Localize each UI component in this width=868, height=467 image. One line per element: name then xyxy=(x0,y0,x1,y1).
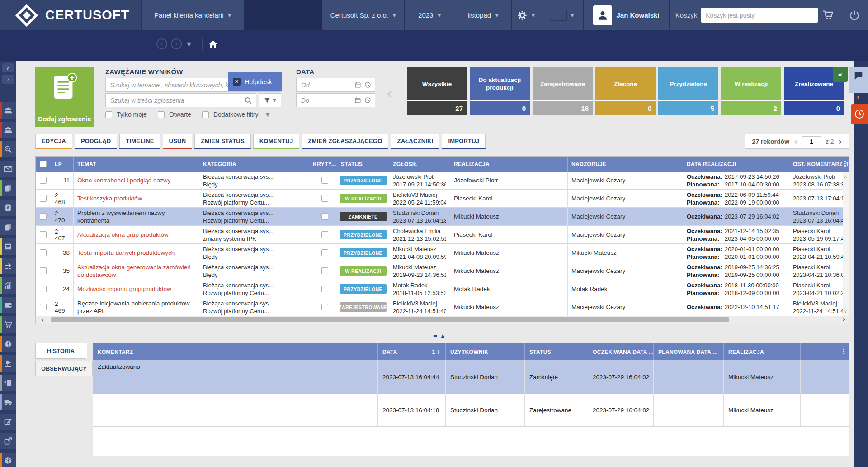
sidebar-item-wallet[interactable] xyxy=(0,297,16,313)
scroll-up-icon[interactable]: ∧ xyxy=(844,174,847,179)
scrollbar-thumb[interactable] xyxy=(51,317,729,322)
calendar-icon[interactable] xyxy=(354,97,361,104)
select-all-cell[interactable] xyxy=(36,157,51,172)
row-checkbox[interactable] xyxy=(40,249,47,256)
search-icon[interactable] xyxy=(244,96,252,105)
table-row[interactable]: 35 Aktualizacja okna generowania zamówie… xyxy=(36,262,849,280)
col-status[interactable]: STATUS xyxy=(525,343,588,360)
sidebar-item-documents[interactable] xyxy=(0,180,16,196)
status-card-przydzielone[interactable]: Przydzielone 5 xyxy=(658,67,718,115)
open-checkbox[interactable] xyxy=(158,111,165,118)
row-topic-link[interactable]: Aktualizacja okna grup produktów xyxy=(77,231,169,238)
nav-forward-button[interactable]: › xyxy=(171,38,182,49)
month-menu[interactable]: listopad ▼ xyxy=(455,0,511,30)
select-all-checkbox[interactable] xyxy=(40,161,47,167)
page-prev-icon[interactable]: ‹ xyxy=(794,137,797,147)
row-checkbox[interactable] xyxy=(40,195,47,202)
collapse-panel-button[interactable]: « xyxy=(833,67,848,82)
critical-checkbox[interactable] xyxy=(321,213,328,220)
scroll-left-icon[interactable]: ‹ xyxy=(41,316,44,324)
toolbar-button-timeline[interactable]: TIMELINE xyxy=(119,134,160,149)
time-tracking-button[interactable] xyxy=(851,104,868,124)
settings-menu[interactable]: ▼ xyxy=(511,0,541,30)
status-card-wszystkie[interactable]: Wszystkie 27 xyxy=(407,67,467,115)
status-card-zarejestrowane[interactable]: Zarejestrowane 16 xyxy=(533,67,593,115)
clock-icon[interactable] xyxy=(364,97,371,104)
col-oczekiwana-data[interactable]: OCZEKIWANA DATA ... xyxy=(588,343,654,360)
close-tab-icon[interactable]: ✕ xyxy=(233,78,241,86)
sidebar-item-copies[interactable] xyxy=(0,219,16,235)
sidebar-item-dispatch[interactable] xyxy=(0,375,16,391)
sidebar-item-search-audit[interactable] xyxy=(0,141,16,157)
sidebar-item-transfers[interactable] xyxy=(0,258,16,274)
page-number-input[interactable] xyxy=(802,136,821,147)
critical-checkbox[interactable] xyxy=(321,304,328,310)
toolbar-button-importuj[interactable]: IMPORTUJ xyxy=(442,134,486,149)
row-topic-link[interactable]: Testu importu danych produktowych xyxy=(77,249,175,257)
critical-checkbox[interactable] xyxy=(321,286,328,292)
toolbar-button-załączniki[interactable]: ZAŁĄCZNIKI xyxy=(391,134,439,149)
company-menu[interactable]: Certusoft Sp. z o.o. ▼ xyxy=(322,0,404,30)
language-menu[interactable]: ▼ xyxy=(541,0,583,30)
row-topic-link[interactable]: Ręczne inicjowania pobierania produktów … xyxy=(77,300,195,315)
toolbar-button-komentuj[interactable]: KOMENTUJ xyxy=(253,134,300,149)
status-card-do-aktualizacji-produkcji[interactable]: Do aktualizacji produkcji 0 xyxy=(470,67,530,115)
advanced-filter-button[interactable]: ▼ xyxy=(259,93,281,107)
row-topic-link[interactable]: Problem z wyświetlaniem nazwy kontrahent… xyxy=(77,209,195,224)
sidebar-item-bird[interactable] xyxy=(0,355,16,372)
cart-icon[interactable] xyxy=(822,9,834,21)
col-nadzoruje[interactable]: NADZORUJE xyxy=(568,157,683,172)
sidebar-item-cart[interactable] xyxy=(0,316,16,333)
col-data[interactable]: DATA 1↓ xyxy=(378,343,446,360)
tab-obserwujacy[interactable]: OBSERWUJĄCY xyxy=(35,361,93,376)
sidebar-item-edit[interactable] xyxy=(0,414,16,430)
tab-historia[interactable]: HISTORIA xyxy=(35,343,87,359)
col-status[interactable]: STATUS xyxy=(337,157,389,172)
column-menu-icon[interactable]: ⋮ xyxy=(842,160,849,168)
status-card-zlecone[interactable]: Zlecone 0 xyxy=(595,67,656,115)
basket-input[interactable] xyxy=(701,8,818,23)
expand-chevron-icon[interactable]: › xyxy=(857,93,859,101)
calendar-icon[interactable] xyxy=(354,81,361,88)
col-krytyczne[interactable]: KRYTY... xyxy=(312,157,337,172)
date-from-input[interactable] xyxy=(296,78,375,92)
panel-menu[interactable]: Panel klienta kancelarii ▼ xyxy=(141,0,244,30)
sidebar-item-reports[interactable] xyxy=(0,277,16,294)
history-row[interactable]: 2023-07-13 16:04:18 Studzinski Dorian Za… xyxy=(93,394,849,427)
sidebar-item-mail[interactable] xyxy=(0,161,16,177)
col-lp[interactable]: LP xyxy=(51,157,74,172)
toolbar-button-zmień-status[interactable]: ZMIEŃ STATUS xyxy=(194,134,251,149)
toolbar-button-zmień-zgłaszającego[interactable]: ZMIEŃ ZGŁASZAJĄCEGO xyxy=(302,134,388,149)
nav-back-button[interactable]: ‹ xyxy=(156,38,167,49)
critical-checkbox[interactable] xyxy=(321,249,328,256)
year-menu[interactable]: 2023 ▼ xyxy=(404,0,455,30)
col-komentarz[interactable]: KOMENTARZ xyxy=(93,343,378,360)
sidebar-item-delivery[interactable] xyxy=(0,394,16,410)
column-menu-icon[interactable]: ⋮ xyxy=(840,348,847,356)
scroll-down-icon[interactable]: ∨ xyxy=(844,309,847,314)
col-zglosil[interactable]: ZGŁOSIŁ xyxy=(389,157,450,172)
col-kategoria[interactable]: KATEGORIA xyxy=(199,157,312,172)
sidebar-collapse-button[interactable]: ∧ xyxy=(2,63,14,72)
toolbar-button-podgląd[interactable]: PODGLĄD xyxy=(75,134,117,149)
user-menu[interactable]: Jan Kowalski xyxy=(583,0,669,30)
row-topic-link[interactable]: Możliwość importu grup produktów xyxy=(77,285,171,293)
row-topic-link[interactable]: Aktualizacja okna generowania zamówień d… xyxy=(77,263,195,279)
row-topic-link[interactable]: Test koszyka produktów xyxy=(77,195,142,202)
row-checkbox[interactable] xyxy=(40,286,47,292)
additional-filters-checkbox[interactable] xyxy=(202,111,209,118)
sidebar-item-export[interactable] xyxy=(0,433,16,449)
history-row[interactable]: Zaktualizowano 2023-07-13 16:04:44 Studz… xyxy=(93,360,849,394)
page-next-icon[interactable]: › xyxy=(839,137,842,147)
col-planowana-data[interactable]: PLANOWANA DATA ... xyxy=(654,343,724,360)
toolbar-button-usuń[interactable]: USUŃ xyxy=(163,134,193,149)
col-realizacja[interactable]: REALIZACJA xyxy=(724,343,801,360)
status-card-w-realizacji[interactable]: W realizacji 2 xyxy=(721,67,781,115)
table-row[interactable]: 2 469 Ręczne inicjowania pobierania prod… xyxy=(36,298,849,316)
only-mine-checkbox[interactable] xyxy=(105,111,112,118)
search-content-input[interactable] xyxy=(105,93,256,107)
col-ost-komentarz[interactable]: OST. KOMENTARZ ↑ xyxy=(789,157,849,172)
col-temat[interactable]: TEMAT xyxy=(74,157,199,172)
home-icon[interactable] xyxy=(208,39,218,49)
clock-icon[interactable] xyxy=(364,81,371,88)
